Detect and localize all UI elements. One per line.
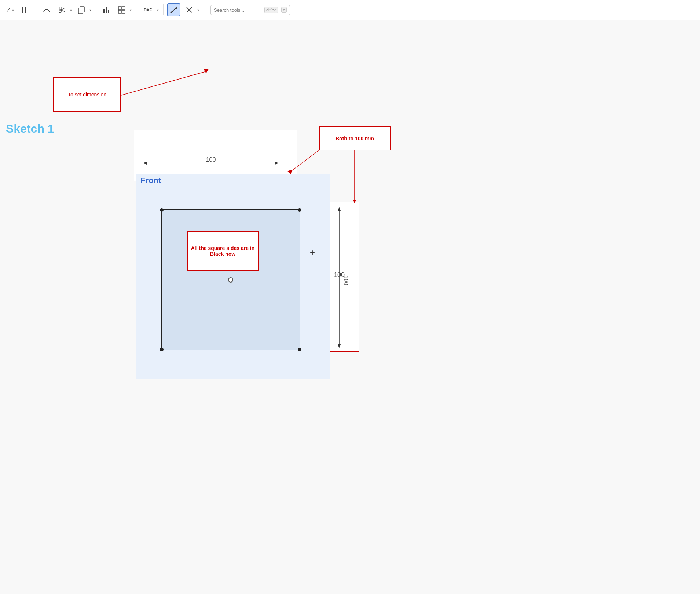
copy-button[interactable] [75, 3, 88, 16]
layout-dropdown-icon[interactable]: ▾ [129, 7, 132, 13]
canvas-area: Sketch 1 To set dimension Both to 100 mm… [0, 20, 700, 594]
scissors-icon [58, 6, 66, 14]
annotation-black-text: All the square sides are in Black now [191, 245, 255, 257]
dimension-button[interactable] [167, 3, 180, 16]
constrain-icon [22, 6, 30, 14]
svg-marker-32 [338, 207, 341, 211]
vertical-dim-label: 100 [334, 271, 345, 279]
trim-icon [185, 6, 193, 14]
svg-line-35 [121, 71, 206, 95]
dxf-dropdown-icon[interactable]: ▾ [156, 7, 160, 13]
svg-rect-14 [118, 10, 121, 13]
svg-rect-13 [122, 7, 125, 10]
corner-tr [298, 208, 301, 212]
annotation-set-dimension: To set dimension [53, 77, 121, 112]
svg-marker-36 [204, 69, 209, 73]
svg-marker-29 [275, 162, 279, 165]
corner-tl [160, 208, 164, 212]
svg-marker-33 [338, 344, 341, 348]
toolbar: ✓ ▾ ▾ [0, 0, 700, 20]
layout-button[interactable] [115, 3, 128, 16]
constrain-button[interactable] [19, 3, 32, 16]
chart-icon [102, 6, 110, 14]
scissors-button[interactable] [55, 3, 69, 16]
h-dim-svg: 100 [143, 156, 290, 170]
svg-rect-10 [106, 7, 107, 13]
sep2 [96, 4, 96, 15]
square-shape [161, 209, 300, 350]
dxf-label: DXF [144, 8, 152, 12]
chevron-down-icon: ✓ [6, 7, 11, 14]
svg-marker-28 [143, 162, 147, 165]
svg-rect-8 [78, 8, 83, 14]
curve-icon [43, 6, 51, 14]
sep3 [136, 4, 136, 15]
horizontal-dimension: 100 [143, 156, 290, 172]
mode-dropdown[interactable]: ✓ ▾ [4, 3, 17, 16]
dimension-tool-icon [170, 6, 178, 14]
search-input[interactable] [214, 7, 261, 13]
annotation-black-sides: All the square sides are in Black now [187, 231, 259, 271]
search-shortcut-alt: alt/⌥ [264, 7, 278, 13]
annotation-100mm: Both to 100 mm [319, 126, 391, 150]
svg-line-16 [171, 11, 173, 13]
svg-rect-15 [122, 10, 125, 13]
scissors-dropdown-icon[interactable]: ▾ [69, 7, 73, 13]
trim-dropdown[interactable]: ▾ [183, 3, 200, 16]
front-label: Front [139, 174, 162, 187]
copy-icon [77, 6, 85, 14]
svg-rect-12 [118, 7, 121, 10]
svg-rect-9 [103, 9, 105, 13]
scissors-dropdown[interactable]: ▾ [55, 3, 73, 16]
curve-button[interactable] [40, 3, 53, 16]
plus-cursor: + [310, 247, 315, 258]
copy-dropdown-icon[interactable]: ▾ [89, 7, 92, 13]
copy-dropdown[interactable]: ▾ [75, 3, 92, 16]
sep1 [36, 4, 36, 15]
dxf-dropdown[interactable]: DXF ▾ [140, 3, 160, 16]
search-shortcut-c: c [281, 7, 287, 13]
chart-button[interactable] [100, 3, 113, 16]
corner-bl [160, 348, 164, 351]
sep4 [163, 4, 164, 15]
corner-br [298, 348, 301, 351]
search-box[interactable]: alt/⌥ c [210, 5, 290, 15]
dxf-button[interactable]: DXF [140, 3, 155, 16]
front-view: Front [136, 174, 330, 379]
dropdown-arrow-icon[interactable]: ▾ [11, 7, 15, 13]
svg-rect-11 [108, 10, 109, 13]
trim-button[interactable] [183, 3, 196, 16]
annotation-100mm-text: Both to 100 mm [336, 136, 374, 141]
trim-dropdown-icon[interactable]: ▾ [197, 7, 200, 13]
center-point [228, 277, 233, 283]
layout-icon [118, 6, 126, 14]
sep5 [204, 4, 204, 15]
svg-text:100: 100 [206, 156, 216, 163]
sketch-label: Sketch 1 [0, 119, 60, 139]
layout-dropdown[interactable]: ▾ [115, 3, 132, 16]
annotation-set-dimension-text: To set dimension [68, 92, 106, 97]
horizontal-guide-line [0, 125, 700, 125]
